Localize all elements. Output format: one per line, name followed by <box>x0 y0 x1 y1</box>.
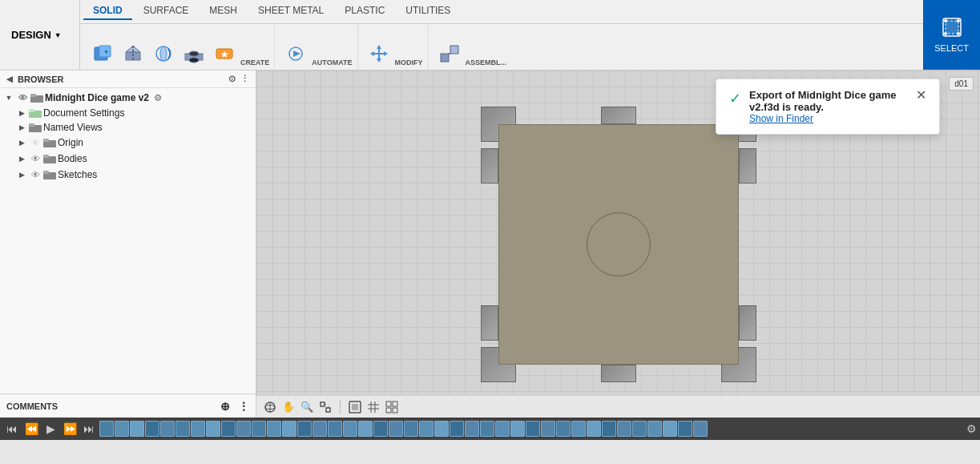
timeline-frame[interactable] <box>495 421 510 437</box>
timeline-frame[interactable] <box>160 421 175 437</box>
svg-rect-45 <box>321 402 325 406</box>
timeline-frame[interactable] <box>571 421 586 437</box>
timeline-frame[interactable] <box>145 421 159 437</box>
tree-item-origin[interactable]: ▶ 👁 Origin <box>0 135 256 151</box>
fit-tool[interactable] <box>317 398 334 416</box>
tree-item-bodies[interactable]: ▶ 👁 Bodies <box>0 151 256 167</box>
bump-left-top <box>481 148 498 184</box>
timeline-frame[interactable] <box>175 421 190 437</box>
grid-tool[interactable] <box>365 398 382 416</box>
tab-solid[interactable]: SOLID <box>83 2 132 20</box>
design-button[interactable]: DESIGN ▼ <box>0 0 80 70</box>
timeline-frame[interactable] <box>617 421 631 437</box>
timeline-frame[interactable] <box>693 421 708 437</box>
timeline-next-button[interactable]: ⏩ <box>61 420 79 438</box>
tab-plastic[interactable]: PLASTIC <box>335 2 394 20</box>
timeline-frame[interactable] <box>404 421 418 437</box>
zoom-tool[interactable]: 🔍 <box>298 398 316 416</box>
bodies-expander[interactable]: ▶ <box>16 153 27 164</box>
timeline-frame[interactable] <box>236 421 251 437</box>
pan-tool[interactable]: ✋ <box>280 398 297 416</box>
timeline-frame[interactable] <box>99 421 114 437</box>
extrude-icon <box>122 42 144 65</box>
tree-item-doc-settings[interactable]: ▶ Document Settings <box>0 106 256 120</box>
named-views-expander[interactable]: ▶ <box>16 122 27 133</box>
root-settings-icon[interactable]: ⚙ <box>154 93 162 103</box>
root-eye-icon[interactable]: 👁 <box>16 91 29 104</box>
move-tool[interactable] <box>365 41 393 67</box>
tree-root-item[interactable]: ▼ 👁 Midnight Dice game v2 ⚙ <box>0 90 256 106</box>
origin-expander[interactable]: ▶ <box>16 137 27 148</box>
tab-sheet-metal[interactable]: SHEET METAL <box>248 2 333 20</box>
collapse-browser-button[interactable]: ◀ <box>6 75 13 83</box>
bodies-eye-icon[interactable]: 👁 <box>29 152 42 165</box>
hole-tool[interactable] <box>179 41 208 67</box>
timeline-frame[interactable] <box>632 421 647 437</box>
automate-tool[interactable] <box>281 41 310 67</box>
timeline-frame[interactable] <box>373 421 388 437</box>
timeline-prev-button[interactable]: ⏪ <box>22 420 40 438</box>
toast-show-in-finder-link[interactable]: Show in Finder <box>749 113 813 124</box>
timeline-frame[interactable] <box>480 421 494 437</box>
browser-tree: ▼ 👁 Midnight Dice game v2 ⚙ ▶ Document S… <box>0 88 256 393</box>
timeline-frame[interactable] <box>282 421 296 437</box>
timeline-frame[interactable] <box>450 421 464 437</box>
timeline-frame[interactable] <box>526 421 540 437</box>
timeline-play-button[interactable]: ▶ <box>42 420 59 438</box>
timeline-frame[interactable] <box>297 421 312 437</box>
timeline-frame[interactable] <box>419 421 434 437</box>
timeline-frame[interactable] <box>313 421 327 437</box>
timeline-frame[interactable] <box>434 421 449 437</box>
pin-button[interactable]: ⊙ <box>228 74 236 84</box>
create-more-tool[interactable]: ★ <box>210 41 239 67</box>
toast-close-button[interactable]: ✕ <box>916 89 926 102</box>
grid-settings-tool[interactable] <box>383 398 401 416</box>
doc-settings-icon <box>29 108 42 118</box>
add-comment-button[interactable]: ⊕ <box>220 400 230 413</box>
timeline-frame[interactable] <box>602 421 616 437</box>
sketches-eye-icon[interactable]: 👁 <box>29 168 42 181</box>
timeline-frame[interactable] <box>115 421 129 437</box>
timeline-frame[interactable] <box>221 421 236 437</box>
timeline-frame[interactable] <box>541 421 555 437</box>
tab-mesh[interactable]: MESH <box>200 2 247 20</box>
timeline-frame[interactable] <box>647 421 662 437</box>
tree-item-named-views[interactable]: ▶ Named Views <box>0 120 256 135</box>
timeline-frame[interactable] <box>328 421 342 437</box>
browser-more-button[interactable]: ⋮ <box>240 74 249 84</box>
timeline-frame[interactable] <box>678 421 692 437</box>
assemble-tool[interactable] <box>435 41 464 67</box>
tab-utilities[interactable]: UTILITIES <box>396 2 460 20</box>
timeline-frame[interactable] <box>267 421 281 437</box>
timeline-frame[interactable] <box>206 421 220 437</box>
select-button[interactable]: SELECT <box>923 0 980 70</box>
timeline-settings-button[interactable]: ⚙ <box>966 422 977 435</box>
sketches-expander[interactable]: ▶ <box>16 169 27 180</box>
timeline-frame[interactable] <box>587 421 601 437</box>
timeline-frame[interactable] <box>252 421 266 437</box>
timeline-frame[interactable] <box>343 421 357 437</box>
root-expander[interactable]: ▼ <box>3 92 14 103</box>
timeline-frame[interactable] <box>510 421 525 437</box>
doc-settings-expander[interactable]: ▶ <box>16 107 27 119</box>
extrude-tool[interactable] <box>119 41 147 67</box>
timeline-frame[interactable] <box>556 421 571 437</box>
timeline-frame[interactable] <box>663 421 677 437</box>
viewport[interactable]: d01 ✓ Export of Midnight Dice game v2.f3… <box>256 71 980 418</box>
revolve-tool[interactable] <box>149 41 178 67</box>
timeline-end-button[interactable]: ⏭ <box>80 420 98 438</box>
tab-row: SOLID SURFACE MESH SHEET METAL PLASTIC U… <box>80 0 923 24</box>
timeline-frame[interactable] <box>358 421 373 437</box>
tab-surface[interactable]: SURFACE <box>134 2 199 20</box>
timeline-start-button[interactable]: ⏮ <box>3 420 21 438</box>
tree-item-sketches[interactable]: ▶ 👁 Sketches <box>0 167 256 183</box>
timeline-frame[interactable] <box>465 421 479 437</box>
new-component-tool[interactable]: + <box>88 41 117 67</box>
orbit-tool[interactable] <box>261 398 279 416</box>
display-mode-tool[interactable] <box>346 398 364 416</box>
timeline-frame[interactable] <box>191 421 205 437</box>
comments-pin-button[interactable]: ⋮ <box>238 400 249 413</box>
timeline-frame[interactable] <box>389 421 403 437</box>
timeline-frame[interactable] <box>130 421 144 437</box>
origin-eye-icon[interactable]: 👁 <box>29 136 42 149</box>
